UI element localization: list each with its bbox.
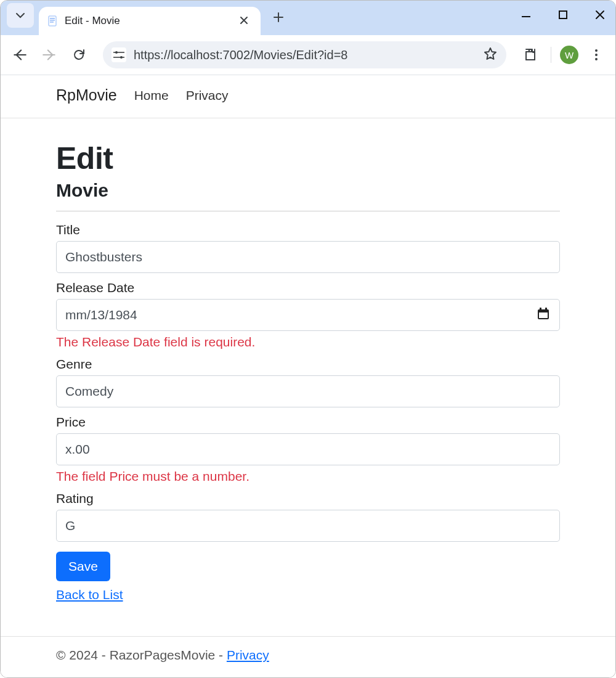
input-price[interactable] [56, 433, 560, 465]
profile-avatar[interactable]: W [560, 46, 578, 64]
divider [56, 211, 560, 211]
field-group-price: Price The field Price must be a number. [56, 415, 560, 484]
svg-rect-9 [113, 57, 124, 58]
svg-point-11 [595, 54, 598, 56]
window-maximize-button[interactable] [554, 6, 572, 24]
svg-rect-2 [50, 20, 55, 21]
svg-rect-3 [50, 22, 54, 23]
reload-button[interactable] [67, 43, 91, 67]
svg-rect-5 [559, 11, 567, 18]
puzzle-icon [523, 47, 538, 62]
toolbar-separator [551, 47, 551, 63]
star-icon [483, 46, 498, 61]
svg-point-12 [595, 58, 598, 60]
main-content: Edit Movie Title Release Date The Releas… [1, 118, 615, 602]
label-title: Title [56, 223, 560, 237]
bookmark-button[interactable] [483, 46, 498, 64]
brand-link[interactable]: RpMovie [56, 86, 117, 104]
svg-rect-7 [113, 52, 124, 53]
back-to-list-link[interactable]: Back to List [56, 587, 123, 602]
browser-toolbar: https://localhost:7002/Movies/Edit?id=8 … [1, 35, 615, 75]
maximize-icon [559, 10, 567, 19]
footer-privacy-link[interactable]: Privacy [227, 648, 269, 662]
browser-tab-strip: Edit - Movie [1, 1, 615, 35]
url-text: https://localhost:7002/Movies/Edit?id=8 [134, 48, 476, 62]
arrow-left-icon [12, 47, 28, 63]
close-icon [595, 10, 605, 20]
field-group-rating: Rating [56, 491, 560, 542]
input-release-date[interactable] [56, 299, 560, 331]
browser-menu-button[interactable] [585, 43, 608, 67]
error-release-date: The Release Date field is required. [56, 335, 560, 349]
label-price: Price [56, 415, 560, 430]
site-navbar: RpMovie Home Privacy [1, 75, 615, 118]
svg-rect-16 [545, 308, 547, 311]
chevron-down-icon [15, 10, 25, 20]
extensions-button[interactable] [519, 43, 542, 67]
window-close-button[interactable] [591, 6, 609, 24]
calendar-picker-button[interactable] [537, 307, 550, 323]
tune-icon [113, 51, 124, 59]
tab-close-button[interactable] [236, 14, 252, 29]
svg-rect-0 [49, 16, 56, 26]
nav-link-privacy[interactable]: Privacy [186, 88, 229, 103]
input-rating[interactable] [56, 510, 560, 542]
tab-search-button[interactable] [7, 3, 34, 28]
nav-forward-button[interactable] [38, 43, 61, 67]
nav-back-button[interactable] [8, 43, 31, 67]
tab-title: Edit - Movie [65, 15, 230, 27]
input-title[interactable] [56, 241, 560, 273]
label-rating: Rating [56, 491, 560, 506]
reload-icon [71, 47, 86, 62]
window-minimize-button[interactable] [517, 6, 535, 24]
label-release-date: Release Date [56, 280, 560, 295]
new-tab-button[interactable] [261, 9, 296, 27]
avatar-initial: W [565, 50, 573, 60]
browser-tab[interactable]: Edit - Movie [39, 7, 261, 35]
field-group-release-date: Release Date The Release Date field is r… [56, 280, 560, 349]
site-footer: © 2024 - RazorPagesMovie - Privacy [1, 636, 615, 677]
calendar-icon [537, 307, 550, 321]
svg-rect-14 [539, 312, 548, 318]
address-bar[interactable]: https://localhost:7002/Movies/Edit?id=8 [103, 41, 506, 68]
footer-text: © 2024 - RazorPagesMovie - [56, 648, 227, 662]
close-icon [240, 16, 248, 25]
field-group-genre: Genre [56, 357, 560, 407]
window-controls [517, 6, 609, 24]
page-subheading: Movie [56, 180, 560, 201]
page-heading: Edit [56, 141, 560, 176]
error-price: The field Price must be a number. [56, 469, 560, 484]
plus-icon [273, 12, 284, 23]
svg-rect-4 [522, 16, 530, 17]
input-genre[interactable] [56, 375, 560, 407]
save-button[interactable]: Save [56, 552, 110, 581]
field-group-title: Title [56, 223, 560, 273]
page-favicon-icon [47, 15, 59, 27]
site-info-button[interactable] [111, 47, 126, 62]
nav-link-home[interactable]: Home [134, 88, 169, 103]
kebab-icon [590, 49, 602, 61]
label-genre: Genre [56, 357, 560, 372]
svg-point-10 [595, 49, 598, 52]
svg-rect-15 [540, 308, 541, 311]
svg-rect-1 [50, 18, 55, 19]
arrow-right-icon [41, 47, 57, 63]
minimize-icon [521, 10, 531, 20]
